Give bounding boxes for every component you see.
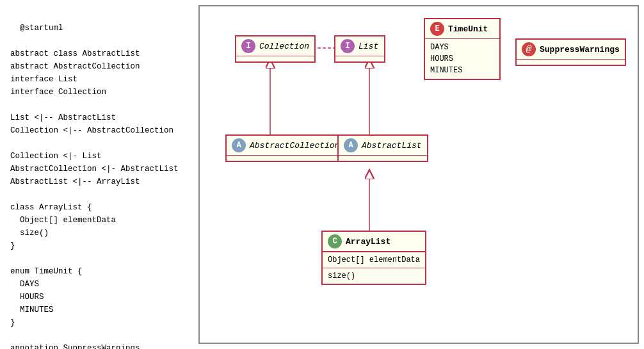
badge-list: I (341, 39, 355, 53)
node-collection-body (236, 56, 314, 61)
badge-timeunit: E (430, 22, 444, 36)
node-collection: I Collection (235, 35, 316, 63)
node-suppresswarnings-body (517, 60, 625, 65)
label-list: List (358, 42, 378, 51)
node-abstractlist: A AbstractList (337, 134, 428, 162)
arraylist-field-elementdata: Object[] elementData (328, 254, 420, 266)
label-arraylist: ArrayList (346, 237, 390, 247)
label-collection: Collection (259, 42, 309, 51)
node-suppresswarnings: @ SuppressWarnings (515, 38, 626, 66)
node-abstractlist-header: A AbstractList (339, 136, 427, 156)
badge-arraylist: C (328, 234, 342, 248)
node-abstractcollection: A AbstractCollection (225, 134, 346, 162)
node-timeunit: E TimeUnit DAYS HOURS MINUTES (424, 18, 501, 80)
node-list-body (335, 56, 384, 61)
timeunit-minutes: MINUTES (430, 65, 494, 76)
label-abstractcollection: AbstractCollection (250, 141, 339, 150)
node-collection-header: I Collection (236, 37, 314, 56)
node-list-header: I List (335, 37, 384, 56)
timeunit-hours: HOURS (430, 53, 494, 65)
node-arraylist-methods: size() (323, 268, 425, 284)
node-abstractlist-body (339, 156, 427, 161)
diagram-panel: I Collection I List E TimeUnit DAYS HOUR… (198, 5, 639, 344)
label-suppresswarnings: SuppressWarnings (540, 45, 620, 54)
arraylist-method-size: size() (328, 270, 420, 282)
code-panel: @startuml abstract class AbstractList ab… (0, 0, 198, 349)
label-abstractlist: AbstractList (362, 141, 422, 150)
node-abstractcollection-body (227, 156, 344, 161)
node-timeunit-body: DAYS HOURS MINUTES (425, 39, 499, 79)
plantuml-code: @startuml abstract class AbstractList ab… (10, 24, 179, 349)
node-suppresswarnings-header: @ SuppressWarnings (517, 40, 625, 60)
node-list: I List (334, 35, 385, 63)
timeunit-days: DAYS (430, 42, 494, 53)
node-arraylist: C ArrayList Object[] elementData size() (321, 231, 426, 285)
badge-suppresswarnings: @ (522, 42, 536, 56)
node-arraylist-header: C ArrayList (323, 232, 425, 252)
label-timeunit: TimeUnit (448, 24, 488, 34)
node-timeunit-header: E TimeUnit (425, 19, 499, 39)
node-arraylist-fields: Object[] elementData (323, 252, 425, 268)
badge-collection: I (241, 39, 255, 53)
node-abstractcollection-header: A AbstractCollection (227, 136, 344, 156)
badge-abstractlist: A (344, 138, 358, 152)
badge-abstractcollection: A (232, 138, 246, 152)
